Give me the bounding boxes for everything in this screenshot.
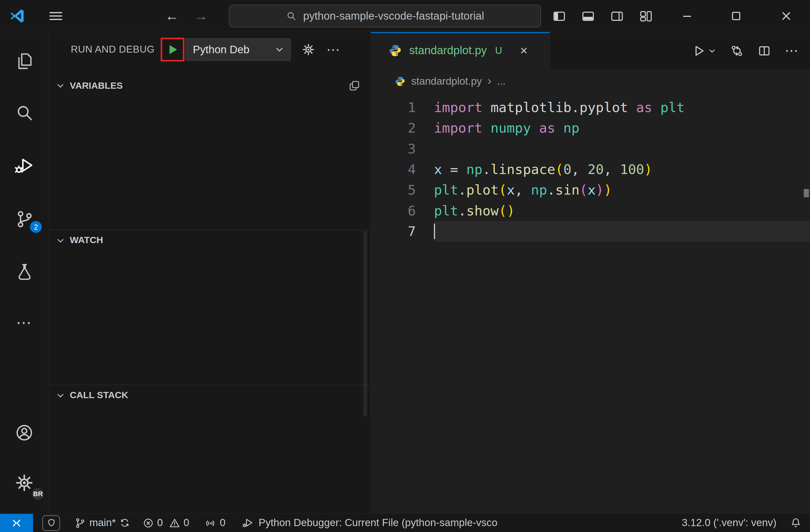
split-editor-icon[interactable]	[757, 44, 772, 57]
code-text: import numpy as np	[434, 118, 810, 138]
open-changes-icon[interactable]	[730, 44, 744, 57]
code-text	[434, 221, 810, 242]
python-version: 3.12.0 ('.venv': venv)	[682, 517, 776, 529]
code-text: plt.show()	[434, 200, 810, 221]
copy-icon[interactable]	[349, 80, 360, 91]
debug-settings-gear-icon[interactable]	[298, 39, 319, 60]
editor-group: standardplot.py U ✕ ⋯	[371, 32, 810, 513]
debug-configuration-dropdown[interactable]: Python Deb	[185, 38, 291, 61]
radio-tower-icon	[205, 517, 216, 528]
code-text: plt.plot(x, np.sin(x))	[434, 180, 810, 200]
breadcrumb-file[interactable]: standardplot.py	[411, 75, 482, 87]
editor-actions: ⋯	[692, 32, 810, 69]
python-interpreter-item[interactable]: 3.12.0 ('.venv': venv)	[682, 514, 776, 532]
git-branch-item[interactable]: main*	[75, 514, 130, 532]
code-line[interactable]: 3	[371, 138, 810, 159]
chevron-down-icon	[56, 81, 65, 90]
watch-panel[interactable]	[49, 251, 370, 385]
window-maximize-button[interactable]	[722, 0, 750, 32]
start-debugging-button[interactable]	[165, 42, 181, 57]
vscode-logo-icon	[9, 7, 26, 24]
code-line[interactable]: 7	[371, 221, 810, 242]
chevron-down-icon	[708, 46, 716, 55]
section-label: WATCH	[70, 235, 103, 246]
python-file-icon	[394, 76, 405, 86]
debug-configuration-label: Python Deb	[193, 43, 249, 56]
bell-icon	[790, 517, 801, 529]
code-line[interactable]: 1import matplotlib.pyplot as plt	[371, 97, 810, 118]
problems-item[interactable]: 0 0	[143, 514, 189, 532]
window-close-button[interactable]	[772, 0, 801, 32]
menu-icon[interactable]	[46, 6, 66, 26]
code-line[interactable]: 2import numpy as np	[371, 118, 810, 138]
notifications-button[interactable]	[790, 514, 801, 532]
toggle-secondary-sidebar-icon[interactable]	[610, 6, 624, 26]
workspace-trust-button[interactable]	[42, 515, 60, 531]
search-sidebar-icon[interactable]	[0, 96, 49, 129]
search-icon	[286, 10, 297, 21]
debug-toolbar: RUN AND DEBUG Python Deb ⋯	[49, 32, 370, 67]
chevron-down-icon	[56, 236, 65, 245]
source-control-badge: 2	[30, 221, 42, 233]
tab-close-icon[interactable]: ✕	[517, 43, 531, 57]
remote-indicator[interactable]	[0, 514, 33, 532]
code-lines: 1import matplotlib.pyplot as plt2import …	[371, 93, 810, 513]
code-text	[434, 138, 810, 159]
run-python-file-button[interactable]	[692, 44, 716, 57]
run-and-debug-icon[interactable]	[0, 149, 49, 182]
tab-label: standardplot.py	[409, 44, 487, 57]
line-number: 4	[371, 159, 434, 180]
code-line[interactable]: 6plt.show()	[371, 200, 810, 221]
line-number: 3	[371, 138, 434, 159]
activity-bar: 2 ⋯ BR	[0, 32, 49, 513]
annotation-highlight-box	[161, 38, 184, 61]
variables-panel[interactable]	[49, 96, 370, 230]
warning-count: 0	[183, 517, 189, 529]
code-line[interactable]: 4x = np.linspace(0, 20, 100)	[371, 159, 810, 180]
remote-icon	[10, 517, 23, 529]
call-stack-panel[interactable]	[49, 405, 370, 513]
section-label: CALL STACK	[70, 390, 128, 401]
code-line[interactable]: 5plt.plot(x, np.sin(x))	[371, 180, 810, 200]
views-more-actions-icon[interactable]: ⋯	[323, 39, 343, 60]
debugger-status-item[interactable]: Python Debugger: Current File (python-sa…	[242, 514, 497, 532]
branch-name: main*	[90, 517, 116, 529]
window-minimize-button[interactable]	[673, 0, 702, 32]
back-icon[interactable]: ←	[162, 7, 182, 26]
line-number: 6	[371, 200, 434, 221]
line-number: 5	[371, 180, 434, 200]
git-branch-icon	[75, 517, 86, 528]
breadcrumb[interactable]: standardplot.py › ...	[371, 69, 810, 93]
tab-standardplot[interactable]: standardplot.py U ✕	[371, 32, 550, 69]
editor-more-actions-icon[interactable]: ⋯	[785, 43, 799, 59]
settings-gear-icon[interactable]: BR	[0, 466, 49, 499]
layout-controls	[552, 6, 653, 26]
search-value: python-sample-vscode-fastapi-tutorial	[303, 10, 484, 22]
testing-icon[interactable]	[0, 255, 49, 288]
breadcrumb-symbol[interactable]: ...	[497, 75, 506, 87]
line-number: 1	[371, 97, 434, 118]
section-header-watch[interactable]: WATCH	[49, 230, 370, 250]
sidebar-scrollbar[interactable]	[363, 231, 367, 416]
explorer-icon[interactable]	[0, 45, 49, 78]
code-text: import matplotlib.pyplot as plt	[434, 97, 810, 118]
ports-item[interactable]: 0	[205, 514, 226, 532]
source-control-icon[interactable]: 2	[0, 202, 49, 235]
account-icon[interactable]	[0, 416, 49, 449]
section-header-call-stack[interactable]: CALL STACK	[49, 385, 370, 405]
chevron-down-icon	[274, 44, 285, 55]
status-bar: main* 0 0 0 Python Debugger: Current Fil…	[0, 513, 810, 532]
customize-layout-icon[interactable]	[638, 6, 653, 26]
error-icon	[143, 517, 154, 528]
more-views-icon[interactable]: ⋯	[0, 306, 49, 339]
command-center-search[interactable]: python-sample-vscode-fastapi-tutorial	[229, 5, 541, 28]
vscode-window: ← → python-sample-vscode-fastapi-tutoria…	[0, 0, 810, 532]
profile-badge: BR	[31, 487, 45, 501]
chevron-right-icon: ›	[488, 74, 491, 88]
section-header-variables[interactable]: VARIABLES	[49, 75, 370, 96]
run-and-debug-sidebar: RUN AND DEBUG Python Deb ⋯	[49, 32, 371, 513]
toggle-panel-icon[interactable]	[581, 6, 595, 26]
forward-icon[interactable]: →	[191, 7, 211, 26]
line-number: 2	[371, 118, 434, 138]
toggle-sidebar-icon[interactable]	[552, 6, 566, 26]
